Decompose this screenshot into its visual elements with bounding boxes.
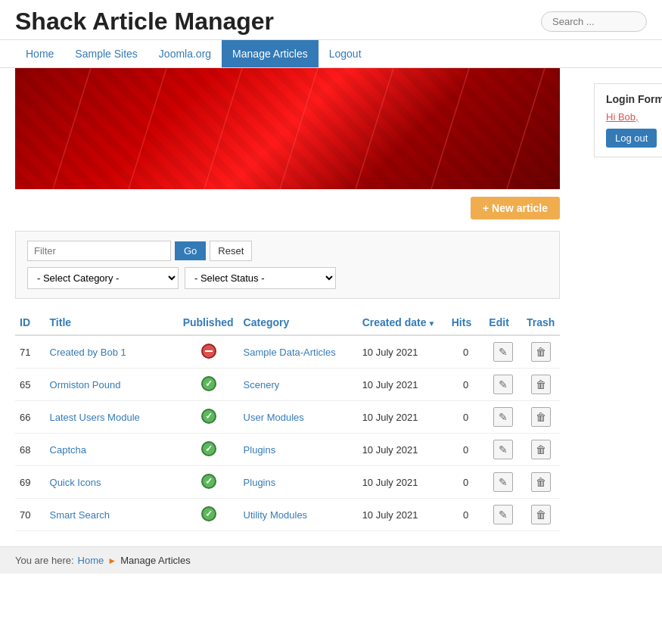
nav-joomla[interactable]: Joomla.org bbox=[148, 40, 222, 67]
status-select[interactable]: - Select Status - Published Unpublished … bbox=[185, 267, 336, 289]
cell-trash: 🗑 bbox=[522, 434, 560, 466]
header: Shack Article Manager bbox=[0, 0, 662, 39]
cell-id: 70 bbox=[15, 499, 45, 531]
cell-title: Captcha bbox=[45, 434, 179, 466]
col-header-published: Published bbox=[179, 310, 239, 335]
table-header-row: ID Title Published Category Created date… bbox=[15, 310, 560, 335]
cell-trash: 🗑 bbox=[522, 401, 560, 434]
col-header-date[interactable]: Created date▼ bbox=[358, 310, 447, 335]
cell-date: 10 July 2021 bbox=[358, 466, 447, 499]
login-form-widget: Login Form Hi Bob, Log out bbox=[594, 83, 662, 157]
filter-row-1: Go Reset bbox=[27, 241, 548, 261]
cell-id: 71 bbox=[15, 335, 45, 369]
category-link[interactable]: Scenery bbox=[244, 379, 280, 390]
nav-logout[interactable]: Logout bbox=[319, 40, 372, 67]
cell-edit: ✎ bbox=[484, 401, 522, 434]
category-link[interactable]: Plugins bbox=[244, 477, 276, 488]
cell-title: Smart Search bbox=[45, 499, 179, 531]
nav-home[interactable]: Home bbox=[15, 40, 64, 67]
article-title-link[interactable]: Latest Users Module bbox=[50, 412, 140, 423]
category-link[interactable]: Plugins bbox=[244, 444, 276, 456]
edit-icon[interactable]: ✎ bbox=[493, 375, 513, 394]
cell-date: 10 July 2021 bbox=[358, 434, 447, 466]
nav-manage-articles[interactable]: Manage Articles bbox=[222, 40, 319, 67]
new-article-button[interactable]: + New article bbox=[471, 197, 560, 219]
cell-hits: 0 bbox=[447, 369, 485, 401]
cell-trash: 🗑 bbox=[522, 499, 560, 531]
breadcrumb-current: Manage Articles bbox=[120, 555, 191, 566]
site-title: Shack Article Manager bbox=[15, 8, 274, 36]
cell-trash: 🗑 bbox=[522, 335, 560, 369]
trash-icon[interactable]: 🗑 bbox=[531, 342, 551, 362]
trash-icon[interactable]: 🗑 bbox=[531, 375, 551, 394]
cell-id: 69 bbox=[15, 466, 45, 499]
filter-reset-button[interactable]: Reset bbox=[210, 241, 252, 261]
login-greeting: Hi Bob, bbox=[606, 111, 662, 123]
edit-icon[interactable]: ✎ bbox=[493, 342, 513, 362]
edit-icon[interactable]: ✎ bbox=[493, 440, 513, 459]
cell-published bbox=[179, 335, 239, 369]
published-status-published[interactable] bbox=[201, 506, 216, 521]
articles-table: ID Title Published Category Created date… bbox=[15, 310, 560, 531]
article-title-link[interactable]: Created by Bob 1 bbox=[50, 347, 126, 358]
sort-icon: ▼ bbox=[427, 319, 435, 328]
cell-date: 10 July 2021 bbox=[358, 369, 447, 401]
cell-edit: ✎ bbox=[484, 335, 522, 369]
breadcrumb-label: You are here: bbox=[15, 555, 74, 566]
cell-published bbox=[179, 499, 239, 531]
cell-edit: ✎ bbox=[484, 466, 522, 499]
filter-input[interactable] bbox=[27, 241, 171, 261]
published-status-published[interactable] bbox=[201, 409, 216, 424]
published-status-published[interactable] bbox=[201, 474, 216, 489]
search-input[interactable] bbox=[541, 11, 647, 32]
category-link[interactable]: Sample Data-Articles bbox=[244, 347, 336, 358]
cell-title: Ormiston Pound bbox=[45, 369, 179, 401]
table-row: 71 Created by Bob 1 Sample Data-Articles… bbox=[15, 335, 560, 369]
col-header-trash: Trash bbox=[522, 310, 560, 335]
cell-title: Quick Icons bbox=[45, 466, 179, 499]
cell-category: Utility Modules bbox=[239, 499, 358, 531]
sidebar: Login Form Hi Bob, Log out bbox=[575, 68, 662, 531]
cell-title: Latest Users Module bbox=[45, 401, 179, 434]
table-row: 65 Ormiston Pound Scenery 10 July 2021 0… bbox=[15, 369, 560, 401]
category-link[interactable]: User Modules bbox=[244, 412, 304, 423]
category-link[interactable]: Utility Modules bbox=[244, 509, 308, 521]
banner-image bbox=[15, 68, 560, 189]
edit-icon[interactable]: ✎ bbox=[493, 407, 513, 427]
category-select[interactable]: - Select Category - Sample Data-Articles… bbox=[27, 267, 179, 289]
nav-sample-sites[interactable]: Sample Sites bbox=[64, 40, 148, 67]
published-status-published[interactable] bbox=[201, 376, 216, 391]
cell-edit: ✎ bbox=[484, 499, 522, 531]
cell-category: Scenery bbox=[239, 369, 358, 401]
article-title-link[interactable]: Smart Search bbox=[50, 509, 110, 521]
published-status-published[interactable] bbox=[201, 441, 216, 456]
svg-line-4 bbox=[356, 68, 393, 189]
cell-date: 10 July 2021 bbox=[358, 401, 447, 434]
cell-id: 66 bbox=[15, 401, 45, 434]
filter-row-2: - Select Category - Sample Data-Articles… bbox=[27, 267, 548, 289]
article-title-link[interactable]: Ormiston Pound bbox=[50, 379, 121, 390]
cell-category: Plugins bbox=[239, 434, 358, 466]
filter-area: Go Reset - Select Category - Sample Data… bbox=[15, 231, 560, 299]
table-row: 70 Smart Search Utility Modules 10 July … bbox=[15, 499, 560, 531]
filter-go-button[interactable]: Go bbox=[175, 241, 206, 260]
navbar: Home Sample Sites Joomla.org Manage Arti… bbox=[0, 39, 662, 68]
trash-icon[interactable]: 🗑 bbox=[531, 472, 551, 492]
published-status-unpublished[interactable] bbox=[201, 344, 216, 359]
trash-icon[interactable]: 🗑 bbox=[531, 505, 551, 524]
col-header-category: Category bbox=[239, 310, 358, 335]
logout-button[interactable]: Log out bbox=[606, 129, 657, 148]
article-title-link[interactable]: Captcha bbox=[50, 444, 86, 456]
svg-line-1 bbox=[129, 68, 166, 189]
table-row: 69 Quick Icons Plugins 10 July 2021 0 ✎ … bbox=[15, 466, 560, 499]
trash-icon[interactable]: 🗑 bbox=[531, 440, 551, 459]
article-title-link[interactable]: Quick Icons bbox=[50, 477, 101, 488]
cell-published bbox=[179, 401, 239, 434]
trash-icon[interactable]: 🗑 bbox=[531, 407, 551, 427]
edit-icon[interactable]: ✎ bbox=[493, 505, 513, 524]
cell-hits: 0 bbox=[447, 335, 485, 369]
col-header-id: ID bbox=[15, 310, 45, 335]
svg-line-3 bbox=[280, 68, 318, 189]
edit-icon[interactable]: ✎ bbox=[493, 472, 513, 492]
breadcrumb-home[interactable]: Home bbox=[78, 555, 104, 566]
